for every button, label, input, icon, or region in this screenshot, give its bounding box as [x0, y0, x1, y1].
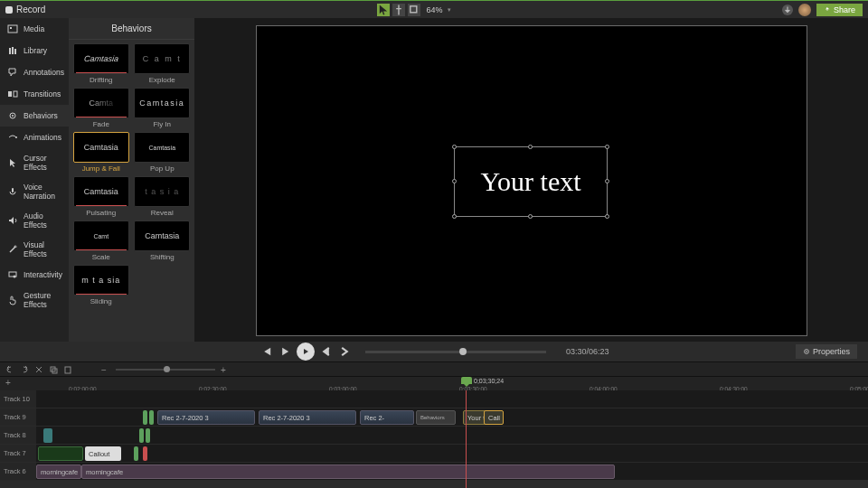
redo-button[interactable] [20, 365, 29, 374]
notifications-icon[interactable] [782, 5, 793, 15]
playhead-time: 0;03;30;24 [474, 378, 504, 384]
sidebar-item-behaviors[interactable]: Behaviors [0, 105, 69, 127]
behavior-scale[interactable]: CamtScale [72, 221, 130, 261]
behavior-sliding[interactable]: m t a siaSliding [72, 265, 130, 305]
sidebar-item-media[interactable]: Media [0, 18, 69, 40]
behavior-shifting[interactable]: CamtasiaShifting [134, 221, 192, 261]
clip-audio[interactable]: morningcafe [36, 465, 81, 479]
behavior-pop-up[interactable]: CamtasiaPop Up [134, 132, 192, 173]
record-button[interactable]: Record [16, 5, 45, 14]
pointer-tool[interactable] [377, 4, 390, 16]
sidebar-item-label: Media [24, 24, 44, 33]
clip-marker[interactable] [134, 446, 138, 461]
add-track-button[interactable]: + [5, 378, 11, 388]
svg-rect-2 [10, 27, 12, 29]
sidebar-item-transitions[interactable]: Transitions [0, 83, 69, 105]
playhead[interactable] [461, 377, 472, 384]
cut-button[interactable] [34, 365, 43, 374]
track-10[interactable]: Track 10 [0, 390, 868, 408]
behavior-pulsating[interactable]: CamtasiaPulsating [72, 176, 130, 217]
track-7[interactable]: Track 7 Callout [0, 445, 868, 463]
behavior-drifting[interactable]: CamtasiaDrifting [72, 43, 130, 84]
clip-marker[interactable] [149, 410, 154, 425]
resize-handle[interactable] [528, 214, 533, 219]
canvas[interactable]: Your text [256, 25, 807, 336]
share-button[interactable]: Share [816, 4, 863, 16]
prev-clip-button[interactable] [260, 345, 273, 358]
resize-handle[interactable] [452, 214, 457, 219]
svg-rect-11 [12, 188, 14, 192]
zoom-percent[interactable]: 64% [427, 5, 443, 14]
clip-callout[interactable]: Callout [85, 446, 121, 461]
step-back-button[interactable] [278, 345, 291, 358]
behavior-explode[interactable]: C a m tExplode [134, 43, 192, 84]
share-label: Share [834, 5, 855, 14]
svg-rect-3 [9, 48, 11, 54]
svg-rect-0 [410, 5, 416, 12]
zoom-dropdown[interactable]: ▾ [448, 6, 451, 14]
clip-video[interactable]: Rec 2-7-2020 3 [157, 410, 255, 425]
sidebar-item-audio-effects[interactable]: Audio Effects [0, 206, 69, 235]
sidebar-item-label: Gesture Effects [24, 291, 61, 309]
zoom-out-button[interactable]: − [101, 365, 110, 374]
svg-rect-6 [8, 91, 12, 97]
canvas-text[interactable]: Your text [480, 166, 580, 197]
zoom-thumb[interactable] [164, 366, 170, 372]
sidebar-item-annotations[interactable]: Annotations [0, 61, 69, 83]
hand-tool[interactable] [392, 4, 405, 16]
seek-thumb[interactable] [459, 348, 467, 355]
clip-callout-selected[interactable]: Call [484, 410, 504, 425]
timeline-ruler[interactable]: + 0;02;00;00 0;02;30;00 0;03;00;00 0;03;… [0, 376, 868, 390]
seek-bar[interactable] [365, 351, 546, 353]
clip-video[interactable]: Rec 2-7-2020 3 [259, 410, 356, 425]
sidebar-item-label: Library [24, 46, 47, 55]
clip-marker[interactable] [139, 428, 144, 443]
resize-handle[interactable] [452, 145, 457, 149]
resize-handle[interactable] [528, 145, 533, 149]
sidebar-item-interactivity[interactable]: Interactivity [0, 264, 69, 286]
behavior-fly-in[interactable]: CamtasiaFly In [134, 88, 192, 128]
clip-callout[interactable] [38, 446, 83, 461]
clip-marker[interactable] [143, 446, 147, 461]
sidebar-item-label: Behaviors [24, 111, 58, 120]
avatar[interactable] [798, 4, 811, 16]
svg-point-13 [14, 276, 16, 278]
copy-button[interactable] [49, 365, 58, 374]
media-icon [7, 23, 18, 34]
next-frame-button[interactable] [338, 345, 351, 358]
prev-frame-button[interactable] [320, 345, 333, 358]
resize-handle[interactable] [452, 179, 457, 183]
sidebar-item-animations[interactable]: Animations [0, 127, 69, 148]
behavior-fade[interactable]: CamtaFade [72, 88, 130, 128]
timeline-zoom-slider[interactable] [116, 369, 215, 371]
paste-button[interactable] [63, 365, 72, 374]
clip-video[interactable]: Rec 2- [360, 410, 414, 425]
clip-behaviors[interactable]: Behaviors [416, 410, 456, 425]
crop-tool[interactable] [408, 4, 420, 16]
properties-button[interactable]: Properties [796, 344, 857, 359]
sidebar-item-label: Transitions [24, 89, 61, 99]
clip-marker[interactable] [146, 428, 150, 443]
play-button[interactable] [297, 343, 315, 361]
clip-audio[interactable]: morningcafe [81, 465, 615, 479]
text-box[interactable]: Your text [454, 146, 608, 217]
sidebar-item-visual-effects[interactable]: Visual Effects [0, 235, 69, 264]
undo-button[interactable] [5, 365, 14, 374]
sidebar-item-library[interactable]: Library [0, 40, 69, 61]
track-8[interactable]: Track 8 [0, 427, 868, 445]
clip-marker[interactable] [43, 428, 52, 443]
sidebar-item-voice-narration[interactable]: Voice Narration [0, 177, 69, 206]
resize-handle[interactable] [605, 214, 609, 219]
track-9[interactable]: Track 9 Rec 2-7-2020 3 Rec 2-7-2020 3 Re… [0, 408, 868, 427]
zoom-in-button[interactable]: + [221, 365, 230, 374]
resize-handle[interactable] [605, 145, 609, 149]
sidebar-item-gesture-effects[interactable]: Gesture Effects [0, 286, 69, 314]
track-6[interactable]: Track 6 morningcafe morningcafe [0, 463, 868, 481]
interact-icon [7, 269, 18, 280]
behavior-jump-fall[interactable]: CamtasiaJump & Fall [72, 132, 130, 173]
sidebar-item-cursor-effects[interactable]: Cursor Effects [0, 148, 69, 177]
annotations-icon [7, 67, 18, 78]
behavior-reveal[interactable]: t a s i aReveal [134, 176, 192, 217]
resize-handle[interactable] [605, 179, 609, 183]
clip-marker[interactable] [143, 410, 147, 425]
